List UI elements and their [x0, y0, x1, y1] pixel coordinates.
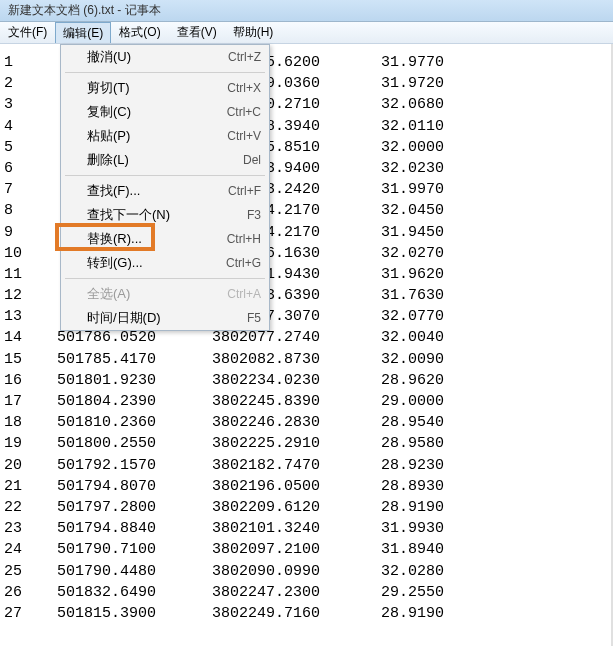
menu-paste[interactable]: 粘贴(P) Ctrl+V — [61, 124, 269, 148]
col-a: 501790.4480 — [40, 561, 180, 582]
col-c: 29.0000 — [344, 391, 444, 412]
col-c: 28.9190 — [344, 603, 444, 624]
col-c: 31.9770 — [344, 52, 444, 73]
col-c: 32.0000 — [344, 137, 444, 158]
col-c: 31.9720 — [344, 73, 444, 94]
window-title: 新建文本文档 (6).txt - 记事本 — [8, 2, 161, 19]
col-c: 31.9970 — [344, 179, 444, 200]
col-a: 501801.9230 — [40, 370, 180, 391]
menu-cut[interactable]: 剪切(T) Ctrl+X — [61, 76, 269, 100]
col-c: 28.9230 — [344, 455, 444, 476]
line-number: 9 — [4, 222, 40, 243]
col-c: 28.9620 — [344, 370, 444, 391]
menu-undo[interactable]: 撤消(U) Ctrl+Z — [61, 45, 269, 69]
col-c: 32.0040 — [344, 327, 444, 348]
menu-time-date[interactable]: 时间/日期(D) F5 — [61, 306, 269, 330]
window-titlebar: 新建文本文档 (6).txt - 记事本 — [0, 0, 613, 22]
line-number: 27 — [4, 603, 40, 624]
text-row: 15501785.41703802082.873032.0090 — [4, 349, 607, 370]
col-c: 31.9450 — [344, 222, 444, 243]
menu-replace[interactable]: 替换(R)... Ctrl+H — [61, 227, 269, 251]
line-number: 1 — [4, 52, 40, 73]
line-number: 14 — [4, 327, 40, 348]
menu-format[interactable]: 格式(O) — [111, 22, 168, 43]
text-row: 25501790.44803802090.099032.0280 — [4, 561, 607, 582]
line-number: 17 — [4, 391, 40, 412]
line-number: 19 — [4, 433, 40, 454]
col-a: 501797.2800 — [40, 497, 180, 518]
menu-goto[interactable]: 转到(G)... Ctrl+G — [61, 251, 269, 275]
col-c: 28.8930 — [344, 476, 444, 497]
text-row: 26501832.64903802247.230029.2550 — [4, 582, 607, 603]
line-number: 25 — [4, 561, 40, 582]
menu-find[interactable]: 查找(F)... Ctrl+F — [61, 179, 269, 203]
col-a: 501790.7100 — [40, 539, 180, 560]
line-number: 24 — [4, 539, 40, 560]
menu-separator — [65, 278, 265, 279]
text-row: 22501797.28003802209.612028.9190 — [4, 497, 607, 518]
text-row: 27501815.39003802249.716028.9190 — [4, 603, 607, 624]
col-c: 32.0770 — [344, 306, 444, 327]
col-c: 31.8940 — [344, 539, 444, 560]
menu-edit[interactable]: 编辑(E) — [55, 22, 111, 43]
menu-delete[interactable]: 删除(L) Del — [61, 148, 269, 172]
col-c: 32.0280 — [344, 561, 444, 582]
menu-separator — [65, 175, 265, 176]
text-row: 18501810.23603802246.283028.9540 — [4, 412, 607, 433]
edit-menu-dropdown: 撤消(U) Ctrl+Z 剪切(T) Ctrl+X 复制(C) Ctrl+C 粘… — [60, 44, 270, 331]
col-c: 32.0090 — [344, 349, 444, 370]
col-c: 28.9580 — [344, 433, 444, 454]
col-c: 32.0680 — [344, 94, 444, 115]
line-number: 13 — [4, 306, 40, 327]
col-c: 31.7630 — [344, 285, 444, 306]
text-row: 20501792.15703802182.747028.9230 — [4, 455, 607, 476]
col-b: 3802225.2910 — [180, 433, 344, 454]
line-number: 16 — [4, 370, 40, 391]
col-c: 31.9930 — [344, 518, 444, 539]
col-c: 32.0270 — [344, 243, 444, 264]
line-number: 15 — [4, 349, 40, 370]
col-a: 501832.6490 — [40, 582, 180, 603]
col-b: 3802249.7160 — [180, 603, 344, 624]
menu-help[interactable]: 帮助(H) — [225, 22, 282, 43]
col-b: 3802246.2830 — [180, 412, 344, 433]
col-a: 501804.2390 — [40, 391, 180, 412]
text-row: 23501794.88403802101.324031.9930 — [4, 518, 607, 539]
menu-separator — [65, 72, 265, 73]
col-b: 3802209.6120 — [180, 497, 344, 518]
col-b: 3802182.7470 — [180, 455, 344, 476]
col-c: 32.0110 — [344, 116, 444, 137]
menubar: 文件(F) 编辑(E) 格式(O) 查看(V) 帮助(H) — [0, 22, 613, 44]
line-number: 21 — [4, 476, 40, 497]
col-b: 3802097.2100 — [180, 539, 344, 560]
menu-select-all[interactable]: 全选(A) Ctrl+A — [61, 282, 269, 306]
col-a: 501794.8070 — [40, 476, 180, 497]
col-b: 3802234.0230 — [180, 370, 344, 391]
line-number: 10 — [4, 243, 40, 264]
menu-find-next[interactable]: 查找下一个(N) F3 — [61, 203, 269, 227]
text-row: 16501801.92303802234.023028.9620 — [4, 370, 607, 391]
line-number: 4 — [4, 116, 40, 137]
menu-file[interactable]: 文件(F) — [0, 22, 55, 43]
col-c: 32.0230 — [344, 158, 444, 179]
col-c: 31.9620 — [344, 264, 444, 285]
col-b: 3802247.2300 — [180, 582, 344, 603]
col-a: 501792.1570 — [40, 455, 180, 476]
line-number: 6 — [4, 158, 40, 179]
menu-copy[interactable]: 复制(C) Ctrl+C — [61, 100, 269, 124]
col-a: 501800.2550 — [40, 433, 180, 454]
col-c: 28.9190 — [344, 497, 444, 518]
text-row: 21501794.80703802196.050028.8930 — [4, 476, 607, 497]
menu-view[interactable]: 查看(V) — [169, 22, 225, 43]
col-a: 501815.3900 — [40, 603, 180, 624]
col-b: 3802101.3240 — [180, 518, 344, 539]
line-number: 26 — [4, 582, 40, 603]
col-b: 3802090.0990 — [180, 561, 344, 582]
col-b: 3802245.8390 — [180, 391, 344, 412]
line-number: 11 — [4, 264, 40, 285]
col-a: 501785.4170 — [40, 349, 180, 370]
line-number: 23 — [4, 518, 40, 539]
line-number: 22 — [4, 497, 40, 518]
col-b: 3802196.0500 — [180, 476, 344, 497]
line-number: 3 — [4, 94, 40, 115]
